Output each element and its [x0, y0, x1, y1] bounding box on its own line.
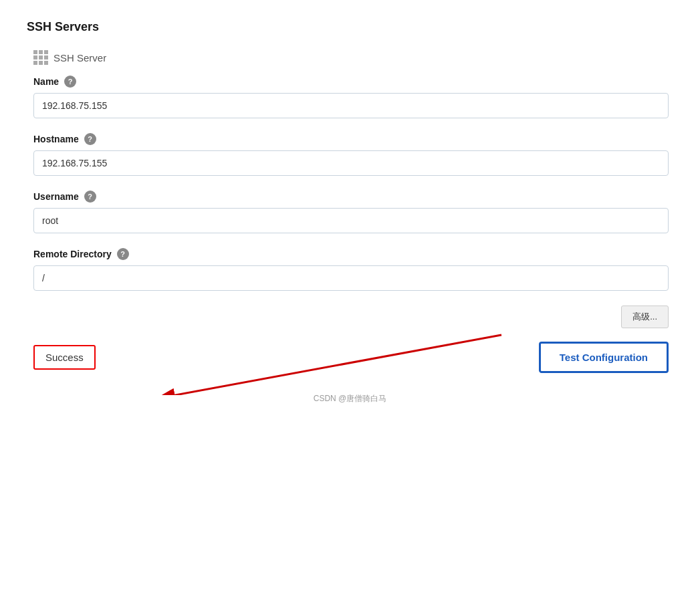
remote-directory-label: Remote Directory: [33, 249, 112, 259]
hostname-input[interactable]: [33, 150, 669, 176]
success-badge: Success: [33, 345, 96, 370]
advanced-button[interactable]: 高级...: [621, 306, 669, 328]
name-input[interactable]: [33, 93, 669, 118]
hostname-group: Hostname ?: [33, 133, 673, 176]
username-label-row: Username ?: [33, 191, 673, 203]
grid-icon: [33, 50, 48, 65]
name-group: Name ?: [33, 76, 673, 118]
remote-directory-input[interactable]: [33, 265, 669, 291]
remote-directory-group: Remote Directory ?: [33, 248, 673, 291]
username-input[interactable]: [33, 208, 669, 233]
watermark: CSDN @唐僧骑白马: [27, 393, 673, 404]
advanced-button-row: 高级...: [33, 306, 669, 328]
bottom-section: Success Test Configuration: [33, 342, 669, 373]
name-help-icon[interactable]: ?: [64, 76, 76, 88]
name-label-row: Name ?: [33, 76, 673, 88]
name-label: Name: [33, 76, 59, 87]
username-group: Username ?: [33, 191, 673, 233]
username-help-icon[interactable]: ?: [84, 191, 96, 203]
test-configuration-button[interactable]: Test Configuration: [539, 342, 669, 373]
remote-directory-label-row: Remote Directory ?: [33, 248, 673, 260]
status-and-test-row: Success Test Configuration: [33, 342, 669, 373]
hostname-label: Hostname: [33, 134, 79, 144]
hostname-label-row: Hostname ?: [33, 133, 673, 145]
page-title: SSH Servers: [27, 20, 673, 34]
ssh-server-label: SSH Server: [53, 52, 106, 64]
ssh-server-header: SSH Server: [33, 50, 673, 65]
username-label: Username: [33, 191, 79, 202]
remote-directory-help-icon[interactable]: ?: [117, 248, 129, 260]
hostname-help-icon[interactable]: ?: [84, 133, 96, 145]
ssh-server-container: SSH Server Name ? Hostname ? Username ? …: [33, 50, 673, 373]
